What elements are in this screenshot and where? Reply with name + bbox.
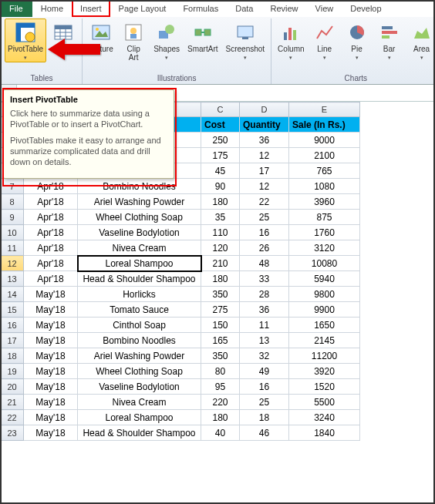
cell[interactable]: 45 bbox=[201, 163, 240, 179]
cell[interactable]: 25 bbox=[240, 210, 289, 225]
cell[interactable]: 275 bbox=[201, 302, 240, 318]
tab-formulas[interactable]: Formulas bbox=[174, 0, 227, 17]
screenshot-button[interactable]: Screenshot ▾ bbox=[223, 18, 268, 62]
row-header[interactable]: 22 bbox=[1, 410, 24, 425]
cell[interactable]: May'18 bbox=[24, 425, 78, 441]
cell[interactable]: 875 bbox=[289, 210, 360, 225]
row-header[interactable]: 11 bbox=[1, 240, 24, 256]
cell[interactable]: 175 bbox=[201, 148, 240, 163]
cell[interactable]: Ariel Washing Powder bbox=[78, 348, 201, 364]
cell[interactable]: 1760 bbox=[289, 225, 360, 240]
cell[interactable]: Head & Shoulder Shampoo bbox=[78, 425, 201, 441]
col-header-E[interactable]: E bbox=[289, 102, 360, 117]
cell[interactable]: 250 bbox=[201, 133, 240, 148]
cell[interactable]: Tomato Sauce bbox=[78, 302, 201, 318]
cell[interactable]: May'18 bbox=[24, 333, 78, 348]
cell[interactable]: Ariel Washing Powder bbox=[78, 194, 201, 210]
cell[interactable]: 10080 bbox=[289, 256, 360, 271]
header-cell[interactable]: Sale (In Rs.) bbox=[289, 117, 360, 133]
cell[interactable]: Apr'18 bbox=[24, 194, 78, 210]
table-button[interactable]: Table bbox=[48, 18, 79, 55]
cell[interactable]: 5500 bbox=[289, 395, 360, 410]
cell[interactable]: 26 bbox=[240, 240, 289, 256]
cell[interactable]: 17 bbox=[240, 163, 289, 179]
cell[interactable]: 3120 bbox=[289, 240, 360, 256]
cell[interactable]: Apr'18 bbox=[24, 271, 78, 287]
cell[interactable]: 40 bbox=[201, 425, 240, 441]
cell[interactable]: 11200 bbox=[289, 348, 360, 364]
header-cell[interactable]: Cost bbox=[201, 117, 240, 133]
cell[interactable]: 1080 bbox=[289, 179, 360, 194]
cell[interactable]: May'18 bbox=[24, 318, 78, 333]
cell[interactable]: 12 bbox=[240, 179, 289, 194]
cell[interactable]: 3920 bbox=[289, 364, 360, 379]
cell[interactable]: 180 bbox=[201, 410, 240, 425]
cell[interactable]: Bombino Noodles bbox=[78, 179, 201, 194]
pivottable-button[interactable]: PivotTable ▾ bbox=[5, 18, 46, 62]
clipart-button[interactable]: Clip Art bbox=[118, 18, 149, 63]
col-header-C[interactable]: C bbox=[201, 102, 240, 117]
cell[interactable]: 11 bbox=[240, 318, 289, 333]
cell[interactable]: 180 bbox=[201, 194, 240, 210]
cell[interactable]: 2145 bbox=[289, 333, 360, 348]
cell[interactable]: 1840 bbox=[289, 425, 360, 441]
cell[interactable]: Apr'18 bbox=[24, 210, 78, 225]
cell[interactable]: 49 bbox=[240, 364, 289, 379]
row-header[interactable]: 14 bbox=[1, 287, 24, 302]
cell[interactable]: 220 bbox=[201, 395, 240, 410]
cell[interactable]: 1650 bbox=[289, 318, 360, 333]
cell[interactable]: Nivea Cream bbox=[78, 240, 201, 256]
tab-review[interactable]: Review bbox=[261, 0, 306, 17]
row-header[interactable]: 15 bbox=[1, 302, 24, 318]
cell[interactable]: Loreal Shampoo bbox=[78, 256, 201, 271]
cell[interactable]: 48 bbox=[240, 256, 289, 271]
cell[interactable]: May'18 bbox=[24, 302, 78, 318]
cell[interactable]: Vaseline Bodylotion bbox=[78, 379, 201, 395]
cell[interactable]: Bombino Noodles bbox=[78, 333, 201, 348]
tab-home[interactable]: Home bbox=[32, 0, 72, 17]
cell[interactable]: Apr'18 bbox=[24, 179, 78, 194]
row-header[interactable]: 18 bbox=[1, 348, 24, 364]
area-chart-button[interactable]: Area ▾ bbox=[406, 18, 435, 62]
cell[interactable]: Apr'18 bbox=[24, 225, 78, 240]
tab-data[interactable]: Data bbox=[227, 0, 261, 17]
shapes-button[interactable]: Shapes ▾ bbox=[150, 18, 183, 62]
cell[interactable]: 35 bbox=[201, 210, 240, 225]
cell[interactable]: 25 bbox=[240, 395, 289, 410]
tab-insert[interactable]: Insert bbox=[72, 0, 110, 17]
column-chart-button[interactable]: Column ▾ bbox=[275, 18, 307, 62]
row-header[interactable]: 16 bbox=[1, 318, 24, 333]
cell[interactable]: 9000 bbox=[289, 133, 360, 148]
cell[interactable]: Horlicks bbox=[78, 287, 201, 302]
cell[interactable]: 3960 bbox=[289, 194, 360, 210]
cell[interactable]: Cinthol Soap bbox=[78, 318, 201, 333]
cell[interactable]: 120 bbox=[201, 240, 240, 256]
bar-chart-button[interactable]: Bar ▾ bbox=[374, 18, 405, 62]
cell[interactable]: Apr'18 bbox=[24, 240, 78, 256]
cell[interactable]: 12 bbox=[240, 148, 289, 163]
cell[interactable]: 36 bbox=[240, 302, 289, 318]
cell[interactable]: 80 bbox=[201, 364, 240, 379]
cell[interactable]: Head & Shoulder Shampoo bbox=[78, 271, 201, 287]
cell[interactable]: Nivea Cream bbox=[78, 395, 201, 410]
cell[interactable]: 22 bbox=[240, 194, 289, 210]
row-header[interactable]: 21 bbox=[1, 395, 24, 410]
cell[interactable]: 32 bbox=[240, 348, 289, 364]
cell[interactable]: 46 bbox=[240, 425, 289, 441]
cell[interactable]: 150 bbox=[201, 318, 240, 333]
cell[interactable]: 13 bbox=[240, 333, 289, 348]
row-header[interactable]: 10 bbox=[1, 225, 24, 240]
cell[interactable]: May'18 bbox=[24, 287, 78, 302]
cell[interactable]: 2100 bbox=[289, 148, 360, 163]
row-header[interactable]: 19 bbox=[1, 364, 24, 379]
cell[interactable]: Loreal Shampoo bbox=[78, 410, 201, 425]
row-header[interactable]: 7 bbox=[1, 179, 24, 194]
cell[interactable]: 16 bbox=[240, 379, 289, 395]
smartart-button[interactable]: SmartArt bbox=[184, 18, 221, 55]
cell[interactable]: May'18 bbox=[24, 364, 78, 379]
cell[interactable]: 210 bbox=[201, 256, 240, 271]
tab-file[interactable]: File bbox=[0, 0, 32, 17]
line-chart-button[interactable]: Line ▾ bbox=[309, 18, 340, 62]
cell[interactable]: 95 bbox=[201, 379, 240, 395]
cell[interactable]: 9900 bbox=[289, 302, 360, 318]
